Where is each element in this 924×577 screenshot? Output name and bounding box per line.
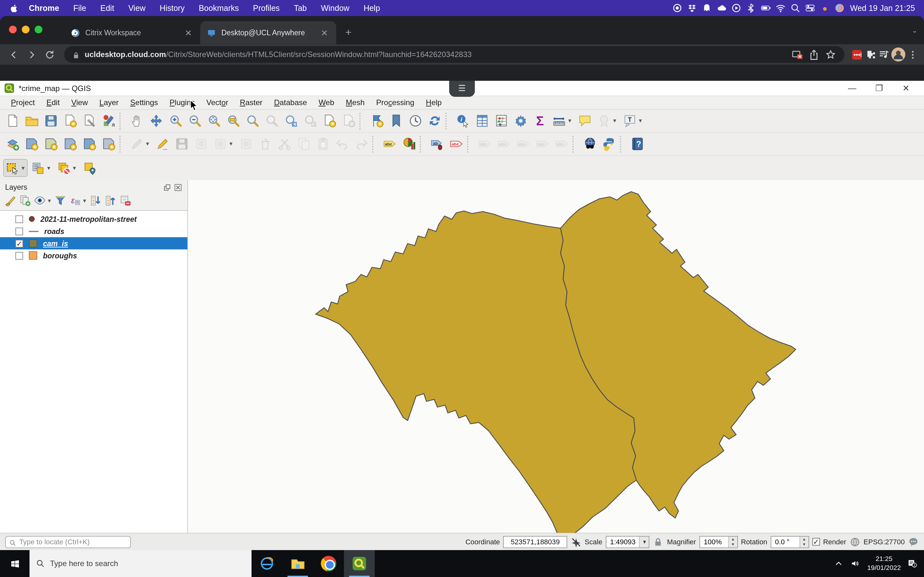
macos-menu-bookmarks[interactable]: Bookmarks — [192, 3, 246, 13]
select-features-by-value-button[interactable]: ▼ — [29, 159, 53, 177]
zoom-next-button[interactable] — [301, 112, 319, 130]
dropdown-caret-icon[interactable]: ▼ — [72, 165, 77, 171]
qgis-close-button[interactable]: ✕ — [901, 83, 911, 93]
help-contents-button[interactable]: ? — [628, 135, 646, 153]
taskbar-search[interactable]: Type here to search — [29, 550, 252, 577]
notification-center-icon[interactable]: 1 — [907, 558, 918, 569]
map-canvas[interactable] — [188, 180, 924, 533]
qgis-menu-project[interactable]: Project — [5, 98, 41, 107]
deselect-features-all-layers-button[interactable]: ▼ — [55, 159, 79, 177]
macos-menu-view[interactable]: View — [121, 3, 153, 13]
taskbar-app-internet-explorer[interactable] — [252, 550, 282, 577]
tab-close-icon[interactable]: ✕ — [183, 28, 194, 37]
lastpass-extension-icon[interactable] — [851, 48, 863, 61]
pin-labels-button[interactable]: ab — [428, 135, 446, 153]
add-feature-button[interactable] — [192, 135, 210, 153]
modify-attributes-button[interactable] — [237, 135, 255, 153]
python-console-button[interactable] — [600, 135, 618, 153]
minimize-window-button[interactable] — [22, 26, 29, 33]
identify-features-button[interactable]: i — [454, 112, 472, 130]
cut-features-button[interactable] — [275, 135, 293, 153]
scale-combo[interactable]: 1:49093 ▼ — [606, 536, 650, 548]
layer-visibility-checkbox[interactable]: ✓ — [15, 239, 23, 247]
zoom-in-button[interactable] — [166, 112, 184, 130]
undo-button[interactable] — [333, 135, 351, 153]
cast-unavailable-icon[interactable] — [791, 48, 803, 61]
scale-dropdown-icon[interactable]: ▼ — [640, 536, 649, 547]
map-tips-button[interactable] — [575, 112, 594, 130]
locator-input[interactable]: Type to locate (Ctrl+K) — [5, 536, 131, 548]
field-calculator-button[interactable] — [492, 112, 510, 130]
qgis-menu-raster[interactable]: Raster — [234, 98, 268, 107]
metasearch-button[interactable] — [581, 135, 599, 153]
orangedot-icon[interactable] — [819, 3, 830, 13]
layer-row-roads[interactable]: roads — [0, 225, 187, 237]
dropdown-caret-icon[interactable]: ▼ — [82, 198, 87, 203]
save-project-button[interactable] — [42, 112, 60, 130]
remove-layer-button[interactable] — [119, 194, 132, 207]
dropbox-icon[interactable] — [687, 3, 698, 13]
style-manager-button[interactable]: a — [99, 112, 118, 130]
panel-close-icon[interactable] — [174, 183, 182, 191]
open-layer-styling-button[interactable] — [4, 194, 17, 207]
new-project-button[interactable] — [3, 112, 21, 130]
new-print-layout-button[interactable] — [61, 112, 79, 130]
spotlight-icon[interactable] — [790, 3, 801, 13]
new-spatialite-layer-button[interactable] — [61, 135, 79, 153]
vertex-tool-button[interactable]: ▼ — [211, 135, 236, 153]
dropdown-caret-icon[interactable]: ▼ — [638, 118, 643, 124]
dropdown-caret-icon[interactable]: ▼ — [47, 198, 52, 203]
paste-features-button[interactable] — [314, 135, 332, 153]
magnifier-up-icon[interactable]: ▲ — [729, 536, 737, 542]
move-diagram-button[interactable]: abc — [533, 135, 551, 153]
select-features-button[interactable]: ▼ — [3, 159, 27, 177]
bust-icon[interactable] — [701, 3, 712, 13]
back-button[interactable] — [5, 46, 22, 63]
layer-labeling-button[interactable]: abc — [381, 135, 399, 153]
record-icon[interactable] — [672, 3, 683, 13]
pan-to-selection-button[interactable] — [147, 112, 165, 130]
temporal-controller-button[interactable] — [406, 112, 424, 130]
refresh-map-button[interactable] — [425, 112, 443, 130]
extents-toggle-icon[interactable] — [570, 536, 582, 547]
new-geopackage-layer-button[interactable] — [23, 135, 40, 153]
messages-icon[interactable] — [908, 536, 919, 547]
text-annotation-button[interactable]: T▼ — [620, 112, 645, 130]
battery-icon[interactable] — [760, 3, 771, 13]
macos-clock[interactable]: Wed 19 Jan 21:25 — [850, 3, 915, 13]
tray-chevron-up-icon[interactable] — [834, 558, 844, 569]
qgis-menu-view[interactable]: View — [65, 98, 94, 107]
render-checkbox[interactable]: ✓ — [812, 538, 820, 546]
new-annotation-button[interactable]: ▼ — [595, 112, 619, 130]
macos-menu-profiles[interactable]: Profiles — [246, 3, 287, 13]
collapse-all-button[interactable] — [104, 194, 117, 207]
crs-globe-icon[interactable] — [850, 536, 861, 547]
tab-search-chevron-icon[interactable]: ⌄ — [912, 26, 918, 35]
close-window-button[interactable] — [9, 26, 17, 33]
taskbar-app-chrome[interactable] — [313, 550, 344, 577]
bluetooth-icon[interactable] — [746, 3, 756, 13]
show-bookmarks-button[interactable] — [387, 112, 405, 130]
pan-map-button[interactable] — [128, 112, 145, 130]
rotation-up-icon[interactable]: ▲ — [800, 536, 808, 542]
forward-button[interactable] — [23, 46, 40, 63]
qgis-menu-edit[interactable]: Edit — [41, 98, 65, 107]
tab-desktop-ucl-anywhere[interactable]: Desktop@UCL Anywhere✕ — [200, 21, 336, 44]
qgis-restore-button[interactable]: ❐ — [874, 83, 884, 93]
magnifier-spinbox[interactable]: 100% ▲▼ — [699, 536, 738, 548]
layer-row-boroughs[interactable]: boroughs — [0, 250, 187, 261]
qgis-menu-database[interactable]: Database — [268, 98, 313, 107]
macos-menu-file[interactable]: File — [66, 3, 93, 13]
select-by-location-button[interactable] — [80, 159, 98, 177]
reload-button[interactable] — [41, 46, 58, 63]
macos-menu-history[interactable]: History — [153, 3, 192, 13]
controlcenter-icon[interactable] — [804, 3, 816, 13]
new-map-view-button[interactable] — [320, 112, 338, 130]
delete-selected-button[interactable] — [256, 135, 274, 153]
media-controls-icon[interactable] — [878, 48, 890, 61]
taskbar-app-qgis[interactable] — [344, 550, 375, 577]
qgis-menu-settings[interactable]: Settings — [124, 98, 164, 107]
magnifier-down-icon[interactable]: ▼ — [729, 542, 737, 547]
address-bar[interactable]: ucldesktop.cloud.com/Citrix/StoreWeb/cli… — [64, 46, 845, 63]
change-label-button[interactable]: abc — [514, 135, 532, 153]
